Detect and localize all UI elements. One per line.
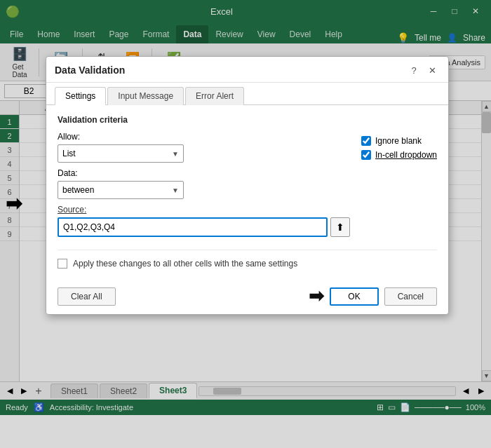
allow-row: Allow: (58, 132, 350, 142)
incell-dropdown-label[interactable]: In-cell dropdown (375, 150, 437, 160)
source-input[interactable] (58, 217, 328, 237)
apply-changes-label: Apply these changes to all other cells w… (73, 259, 297, 269)
allow-select-row: List ▼ (58, 144, 350, 163)
allow-select-arrow: ▼ (172, 150, 179, 158)
data-select-row: between ▼ (58, 181, 350, 199)
tab-input-message[interactable]: Input Message (107, 87, 184, 105)
data-validation-dialog: Data Validation ? ✕ Settings Input Messa… (46, 56, 449, 315)
dialog-help-button[interactable]: ? (406, 62, 422, 78)
incell-dropdown-checkbox[interactable] (361, 150, 371, 160)
ok-button[interactable]: OK (330, 287, 378, 306)
criteria-left: Allow: List ▼ Data: (58, 132, 350, 237)
incell-dropdown-row: In-cell dropdown (361, 150, 437, 160)
allow-label: Allow: (58, 132, 80, 142)
data-select[interactable]: between ▼ (58, 181, 184, 199)
dialog-tabs: Settings Input Message Error Alert (46, 83, 448, 105)
ok-arrow-indicator: ➡ (309, 285, 324, 307)
dialog-footer: Clear All ➡ OK Cancel (46, 278, 448, 314)
ignore-blank-row: Ignore blank (361, 136, 437, 146)
dialog-body: Validation criteria Allow: List ▼ (46, 105, 448, 278)
source-label: Source: (58, 205, 350, 215)
source-row: Source: ⬆ (58, 205, 350, 237)
dialog-title-controls: ? ✕ (406, 62, 440, 78)
apply-changes-checkbox[interactable] (58, 259, 67, 269)
clear-all-button[interactable]: Clear All (58, 287, 116, 306)
allow-select[interactable]: List ▼ (58, 144, 184, 163)
apply-row: Apply these changes to all other cells w… (58, 250, 437, 269)
upload-icon: ⬆ (336, 222, 344, 233)
dialog-title-bar: Data Validation ? ✕ (46, 57, 448, 83)
section-label: Validation criteria (58, 115, 437, 125)
data-select-arrow: ▼ (172, 186, 179, 194)
source-input-row: ⬆ (58, 217, 350, 237)
data-label: Data: (58, 168, 78, 178)
ignore-blank-label[interactable]: Ignore blank (375, 136, 422, 146)
data-row: Data: (58, 168, 350, 178)
tab-error-alert[interactable]: Error Alert (185, 87, 244, 105)
cancel-button[interactable]: Cancel (384, 287, 437, 306)
dialog-title: Data Validation (55, 65, 125, 76)
dialog-close-button[interactable]: ✕ (424, 62, 440, 78)
ignore-blank-checkbox[interactable] (361, 136, 371, 146)
criteria-right: Ignore blank In-cell dropdown (361, 132, 437, 237)
source-upload-button[interactable]: ⬆ (330, 217, 350, 237)
tab-settings[interactable]: Settings (55, 87, 106, 105)
dialog-overlay: Data Validation ? ✕ Settings Input Messa… (0, 0, 491, 448)
criteria-layout: Allow: List ▼ Data: (58, 132, 437, 237)
